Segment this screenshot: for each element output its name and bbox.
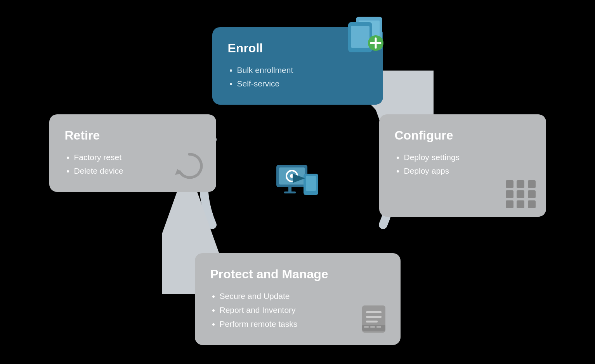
- retire-icon: [172, 148, 207, 185]
- retire-card: Retire Factory reset Delete device: [49, 114, 216, 192]
- enroll-card: Enroll Bulk enrollment Self-service: [212, 27, 383, 105]
- configure-icon: [506, 180, 537, 208]
- diagram-container: Enroll Bulk enrollment Self-service Reti…: [45, 12, 550, 353]
- svg-point-23: [290, 174, 294, 178]
- svg-rect-16: [362, 325, 385, 331]
- configure-item-2: Deploy apps: [404, 164, 531, 178]
- svg-rect-18: [370, 326, 375, 328]
- configure-list: Deploy settings Deploy apps: [395, 150, 531, 178]
- enroll-icon: [342, 14, 389, 58]
- center-mdm-icon: [274, 163, 321, 202]
- svg-rect-13: [366, 311, 382, 313]
- svg-rect-24: [288, 187, 291, 192]
- enroll-item-2: Self-service: [237, 77, 368, 91]
- svg-rect-19: [376, 326, 381, 328]
- protect-title: Protect and Manage: [210, 267, 385, 281]
- configure-card: Configure Deploy settings Deploy apps: [379, 114, 546, 217]
- svg-rect-14: [366, 316, 382, 318]
- svg-rect-15: [366, 321, 378, 323]
- configure-title: Configure: [395, 128, 531, 143]
- svg-rect-25: [284, 191, 296, 193]
- svg-rect-17: [364, 326, 369, 328]
- enroll-list: Bulk enrollment Self-service: [228, 63, 368, 91]
- protect-card: Protect and Manage Secure and Update Rep…: [195, 253, 401, 345]
- configure-item-1: Deploy settings: [404, 150, 531, 164]
- retire-title: Retire: [65, 128, 201, 143]
- enroll-item-1: Bulk enrollment: [237, 63, 368, 77]
- svg-rect-7: [351, 26, 369, 48]
- protect-icon: [356, 302, 391, 338]
- svg-rect-27: [306, 176, 316, 191]
